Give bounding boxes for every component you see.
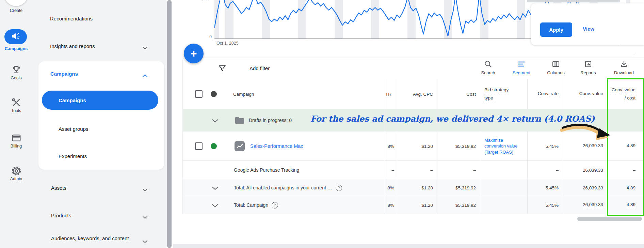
clipped-panel-edge	[527, 0, 620, 2]
cell-ctr: 8%	[384, 196, 397, 214]
rail-item-billing[interactable]: Billing	[0, 133, 32, 149]
cell-avg-cpc: –	[397, 161, 437, 179]
nav-item-audiences[interactable]: Audiences, keywords, and content	[51, 234, 136, 243]
drafts-label[interactable]: Drafts in progress: 0	[249, 118, 292, 123]
tools-label: Tools	[0, 108, 32, 113]
cell-bid-strategy[interactable]: Maximize conversion value (Target ROAS)	[480, 131, 527, 161]
rail-item-tools[interactable]: Tools	[0, 97, 32, 113]
bottom-edge-strip	[173, 244, 644, 248]
goals-label: Goals	[0, 76, 32, 80]
header-bid-strategy[interactable]: Bid strategy type	[480, 79, 527, 109]
download-icon	[620, 63, 628, 69]
folder-icon	[235, 116, 245, 125]
roas-annotation-text: For the sales ad campaign, we delivered …	[310, 114, 595, 124]
gear-icon	[0, 166, 32, 176]
cell-ctr: 8%	[384, 179, 397, 196]
chevron-up-icon[interactable]	[143, 73, 147, 79]
cell-conv-rate: 5.45%	[527, 196, 563, 214]
header-cost[interactable]: Cost	[437, 79, 480, 109]
create-label: Create	[0, 8, 32, 13]
add-campaign-fab[interactable]: +	[184, 44, 204, 63]
segment-row-label: Google Ads Purchase Tracking	[234, 167, 299, 173]
nav-item-insights[interactable]: Insights and reports	[50, 43, 95, 49]
cell-ctr: –	[384, 161, 397, 179]
apply-button[interactable]: Apply	[540, 22, 572, 37]
chevron-down-icon[interactable]	[143, 214, 147, 220]
columns-label: Columns	[541, 70, 571, 75]
cell-conv-rate: 5.45%	[527, 131, 563, 161]
cell-conv-rate: –	[527, 161, 563, 179]
chevron-down-icon[interactable]	[212, 186, 218, 191]
rail-item-admin[interactable]: Admin	[0, 166, 32, 181]
nav-item-experiments[interactable]: Experiments	[59, 153, 87, 159]
campaigns-selected-label: Campaigns	[59, 97, 86, 103]
segment-icon	[517, 63, 526, 69]
download-button[interactable]: Download	[609, 60, 639, 75]
segment-button[interactable]: Segment	[506, 60, 537, 75]
header-campaign[interactable]: Campaign	[233, 92, 254, 97]
cell-ctr: 8%	[384, 131, 397, 161]
row-checkbox[interactable]	[195, 142, 203, 150]
help-icon[interactable]: ?	[272, 202, 278, 208]
nav-item-campaigns-selected[interactable]: Campaigns	[42, 91, 158, 110]
megaphone-icon	[11, 32, 20, 42]
cell-bid-strategy	[480, 179, 527, 196]
reports-button[interactable]: Reports	[573, 60, 603, 75]
table-row-purchase-tracking: Google Ads Purchase Tracking – – – – 26,…	[183, 160, 644, 179]
segment-label: Segment	[506, 70, 537, 75]
cell-avg-cpc: $1.20	[397, 196, 437, 214]
header-conv-value[interactable]: Conv. value	[563, 79, 607, 109]
chevron-down-icon[interactable]	[143, 187, 147, 193]
status-column-icon	[211, 91, 217, 97]
columns-icon	[552, 63, 560, 69]
rail-item-goals[interactable]: Goals	[0, 65, 32, 80]
vertical-scrollbar[interactable]	[167, 0, 172, 248]
header-ctr[interactable]: TR	[384, 79, 398, 109]
campaign-link[interactable]: Sales-Performance Max	[250, 143, 303, 149]
table-row-total-enabled: Total: All enabled campaigns in your cur…	[183, 179, 644, 196]
download-label: Download	[609, 70, 639, 75]
google-ads-campaigns-page: Create Campaigns Goals	[0, 0, 644, 248]
cell-cost: –	[437, 161, 480, 179]
cell-avg-cpc: $1.20	[397, 131, 437, 161]
trophy-icon	[0, 65, 32, 75]
nav-item-asset-groups[interactable]: Asset groups	[59, 126, 88, 132]
cell-conv-rate: 5.45%	[527, 179, 563, 196]
rail-campaigns-label: Campaigns	[0, 46, 32, 51]
nav-item-recommendations[interactable]: Recommendations	[50, 16, 93, 21]
nav-item-assets[interactable]: Assets	[51, 185, 66, 191]
header-conv-rate[interactable]: Conv. rate	[527, 79, 563, 109]
cell-bid-strategy	[480, 161, 527, 179]
columns-button[interactable]: Columns	[541, 60, 571, 75]
search-button[interactable]: Search	[473, 60, 503, 75]
view-button[interactable]: View	[583, 26, 594, 32]
chevron-down-icon[interactable]	[212, 119, 218, 124]
bid-strategy-link[interactable]: Maximize conversion value (Target ROAS)	[484, 137, 523, 155]
nav-item-products[interactable]: Products	[51, 213, 71, 218]
total-row-label: Total: All enabled campaigns in your cur…	[234, 185, 342, 191]
horizontal-scrollbar-thumb[interactable]	[577, 217, 642, 221]
filter-bar: Add filter Search Segment Columns	[183, 58, 644, 79]
cell-conv-value: 26,039.33	[563, 196, 607, 214]
reports-label: Reports	[573, 70, 603, 75]
nav-group-campaigns[interactable]: Campaigns	[50, 71, 78, 77]
table-header-row: Campaign TR Avg. CPC Cost Bid strategy t…	[183, 79, 644, 109]
tools-icon	[0, 97, 32, 108]
filter-funnel-icon[interactable]	[218, 64, 226, 74]
chevron-down-icon[interactable]	[143, 45, 147, 51]
search-label: Search	[473, 70, 503, 75]
cell-conv-value: 26,039.33	[563, 179, 607, 196]
help-icon[interactable]: ?	[336, 185, 342, 191]
rail-item-campaigns[interactable]	[4, 29, 27, 44]
rail-item-create[interactable]: Create	[0, 8, 32, 13]
billing-label: Billing	[0, 144, 32, 149]
search-icon	[484, 63, 492, 69]
select-all-checkbox[interactable]	[195, 90, 203, 98]
cell-avg-cpc: $1.20	[397, 179, 437, 196]
header-avg-cpc[interactable]: Avg. CPC	[397, 79, 437, 109]
add-filter-button[interactable]: Add filter	[249, 65, 270, 71]
chevron-down-icon[interactable]	[212, 203, 218, 208]
annotation-arrow	[560, 121, 613, 141]
chevron-down-icon[interactable]	[143, 238, 147, 245]
clipped-axis-tick: 4,000	[200, 0, 215, 2]
